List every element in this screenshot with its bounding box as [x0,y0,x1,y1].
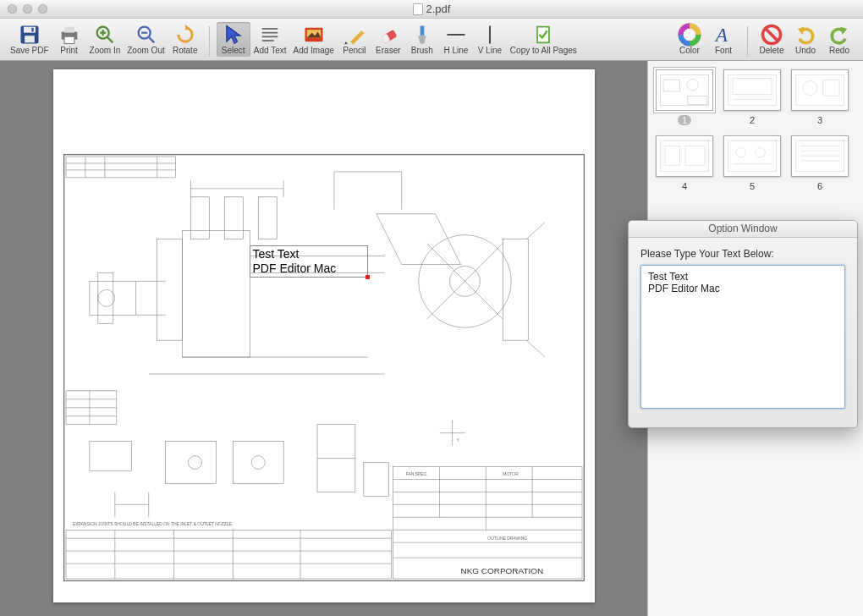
delete-button[interactable]: Delete [755,22,789,57]
select-button[interactable]: Select [217,22,250,57]
add-text-button[interactable]: Add Text [250,22,290,57]
svg-rect-75 [97,272,113,323]
thumbnail-image [656,135,713,177]
svg-rect-126 [823,80,839,96]
svg-rect-98 [233,442,283,484]
thumbnail-page-1[interactable]: 1 [655,69,714,125]
annotation-line-1: Test Text [253,247,365,261]
svg-point-131 [736,147,746,157]
svg-point-33 [683,28,696,41]
text-lines-icon [258,24,282,46]
svg-rect-128 [665,146,679,166]
pdf-page[interactable]: FAN SPEC. MOTOR OUTLINE DRAWING NKG CORP… [53,69,595,602]
zoom-out-button[interactable]: Zoom Out [124,22,168,57]
svg-rect-6 [64,36,74,43]
save-icon [18,24,41,46]
thumbnail-image [791,69,849,111]
option-window-panel[interactable]: Option Window Please Type Your Text Belo… [628,220,858,428]
copy-to-all-pages-button[interactable]: Copy to All Pages [507,22,580,57]
h-line-button[interactable]: H Line [439,22,473,57]
thumbnail-image [723,69,781,111]
thumbnail-page-3[interactable]: 3 [790,69,849,125]
window-title: 2.pdf [0,3,863,15]
svg-text:EXPANSION JOINTS SHOULD BE INS: EXPANSION JOINTS SHOULD BE INSTALLED ON … [72,521,232,526]
svg-line-95 [526,340,545,357]
thumbnail-label: 6 [817,181,822,191]
engineering-drawing: FAN SPEC. MOTOR OUTLINE DRAWING NKG CORP… [63,154,585,581]
eraser-button[interactable]: Eraser [371,22,405,57]
vertical-line-icon [478,24,502,46]
color-button[interactable]: Color [673,22,706,57]
print-button[interactable]: Print [52,22,86,57]
svg-text:MOTOR: MOTOR [503,471,519,476]
zoom-in-button[interactable]: Zoom In [86,22,124,57]
annotation-line-2: PDF Editor Mac [253,261,365,276]
window-titlebar: 2.pdf [0,0,863,19]
toolbar-separator [209,26,210,57]
svg-marker-38 [840,27,847,35]
svg-rect-129 [685,146,705,166]
text-input-area[interactable] [640,265,845,409]
thumbnail-page-4[interactable]: 4 [655,135,714,191]
svg-marker-24 [344,41,348,45]
svg-line-8 [107,36,113,42]
thumbnail-image [723,135,781,177]
window-title-text: 2.pdf [426,3,451,15]
svg-text:A: A [714,24,728,46]
cursor-icon [222,24,245,46]
svg-point-100 [251,456,265,470]
svg-rect-55 [65,157,175,178]
v-line-button[interactable]: V Line [473,22,507,57]
zoom-in-icon [93,24,117,46]
thumbnail-label: 5 [750,181,755,191]
option-window-body: Please Type Your Text Below: [629,238,857,427]
redo-button[interactable]: Redo [822,22,856,57]
zoom-out-icon [135,24,158,46]
thumbnail-label: 1 [678,115,691,125]
option-window-title: Option Window [629,221,857,238]
color-wheel-icon [678,24,701,46]
thumbnail-image [791,135,849,177]
thumbnail-label: 2 [750,115,755,125]
svg-rect-81 [190,197,209,239]
thumbnail-page-5[interactable]: 5 [723,135,782,191]
undo-button[interactable]: Undo [789,22,822,57]
save-pdf-button[interactable]: Save PDF [7,22,52,57]
svg-rect-97 [165,442,216,484]
svg-rect-40 [393,467,581,579]
svg-point-99 [188,456,201,470]
eraser-icon [377,24,400,46]
delete-icon [760,24,783,46]
image-icon [302,24,326,46]
brush-icon [410,24,434,46]
resize-handle[interactable] [366,275,370,279]
svg-rect-130 [728,141,777,171]
option-prompt-label: Please Type Your Text Below: [640,248,845,260]
svg-rect-124 [795,75,844,105]
svg-rect-1 [24,27,36,33]
pdf-canvas-area[interactable]: FAN SPEC. MOTOR OUTLINE DRAWING NKG CORP… [0,61,647,616]
text-annotation-box[interactable]: Test Text PDF Editor Mac [250,245,368,278]
svg-point-76 [97,289,114,306]
svg-rect-96 [89,442,131,471]
font-button[interactable]: A Font [706,22,740,57]
svg-marker-37 [798,27,805,35]
toolbar: Save PDF Print Zoom In Zoom Out Rotate [0,19,863,61]
svg-text:NKG CORPORATION: NKG CORPORATION [460,566,543,575]
svg-rect-117 [660,75,709,105]
pencil-button[interactable]: Pencil [338,22,371,57]
svg-point-132 [756,147,766,157]
thumbnail-grid: 1 2 3 4 [655,69,856,191]
add-image-button[interactable]: Add Image [289,22,337,57]
thumbnail-page-2[interactable]: 2 [723,69,782,125]
font-icon: A [712,24,735,46]
svg-rect-120 [688,96,707,105]
thumbnail-page-6[interactable]: 6 [790,135,849,191]
svg-rect-93 [503,239,528,341]
thumbnail-label: 3 [817,115,822,125]
brush-button[interactable]: Brush [405,22,439,57]
toolbar-separator [747,26,748,57]
rotate-button[interactable]: Rotate [168,22,202,57]
svg-rect-39 [64,155,584,580]
svg-rect-80 [182,231,250,357]
